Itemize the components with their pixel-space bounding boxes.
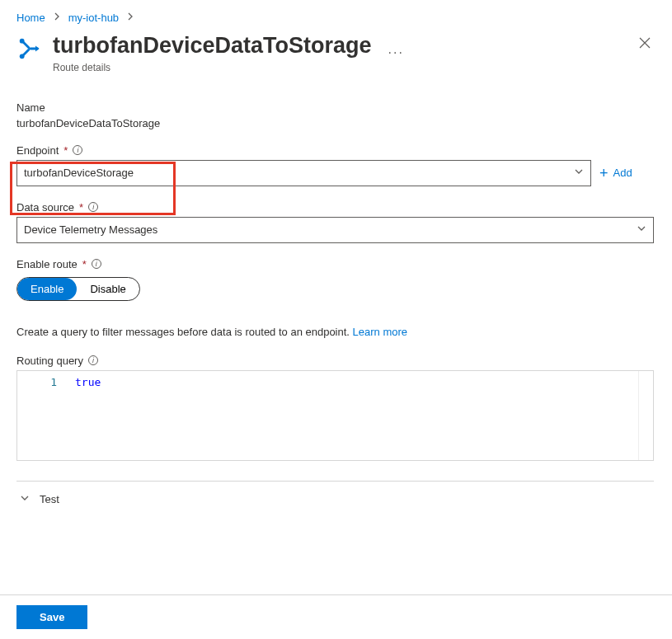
breadcrumb: Home my-iot-hub (0, 0, 672, 29)
editor-gutter: 1 (17, 371, 68, 460)
breadcrumb-hub-link[interactable]: my-iot-hub (68, 12, 119, 24)
add-endpoint-button[interactable]: + Add (599, 166, 632, 181)
chevron-right-icon (125, 12, 135, 24)
query-editor[interactable]: 1 true (16, 370, 654, 461)
name-value: turbofanDeviceDataToStorage (16, 117, 656, 129)
data-source-label: Data source * i (16, 201, 656, 214)
chevron-right-icon (52, 12, 62, 24)
endpoint-label: Endpoint * i (16, 144, 656, 157)
footer: Save (0, 594, 672, 639)
data-source-value: Device Telemetry Messages (24, 223, 157, 236)
route-icon (16, 35, 43, 62)
page-header: turbofanDeviceDataToStorage Route detail… (0, 29, 672, 87)
required-marker: * (82, 258, 87, 270)
endpoint-select[interactable]: turbofanDeviceStorage (16, 160, 591, 186)
chevron-down-icon (574, 167, 584, 179)
enable-route-label: Enable route * i (16, 258, 656, 270)
enable-button[interactable]: Enable (17, 278, 77, 300)
more-button[interactable]: ··· (388, 45, 404, 60)
form-content: Name turbofanDeviceDataToStorage Endpoin… (0, 101, 672, 517)
info-icon[interactable]: i (73, 145, 82, 155)
page-title: turbofanDeviceDataToStorage (53, 32, 372, 60)
svg-point-1 (20, 54, 25, 59)
page-subtitle: Route details (53, 62, 372, 73)
learn-more-link[interactable]: Learn more (353, 326, 407, 338)
query-hint: Create a query to filter messages before… (16, 326, 656, 338)
enable-toggle: Enable Disable (16, 277, 140, 301)
info-icon[interactable]: i (88, 355, 98, 365)
info-icon[interactable]: i (92, 259, 101, 269)
test-label: Test (40, 493, 59, 505)
plus-icon: + (599, 166, 609, 181)
name-label: Name (16, 101, 656, 114)
required-marker: * (63, 144, 68, 157)
editor-scrollbar-area (638, 371, 653, 460)
close-button[interactable] (634, 32, 656, 57)
endpoint-select-value: turbofanDeviceStorage (24, 167, 134, 179)
add-label: Add (613, 167, 632, 179)
save-button[interactable]: Save (16, 605, 87, 629)
chevron-down-icon (20, 493, 30, 505)
breadcrumb-home-link[interactable]: Home (16, 12, 45, 24)
svg-point-0 (20, 39, 25, 44)
routing-query-label: Routing query i (16, 355, 656, 367)
disable-button[interactable]: Disable (77, 278, 139, 300)
required-marker: * (79, 201, 83, 214)
editor-code[interactable]: true (68, 371, 107, 460)
info-icon[interactable]: i (88, 202, 98, 212)
test-expander[interactable]: Test (16, 482, 656, 517)
chevron-down-icon (637, 223, 646, 236)
data-source-select[interactable]: Device Telemetry Messages (16, 217, 654, 243)
